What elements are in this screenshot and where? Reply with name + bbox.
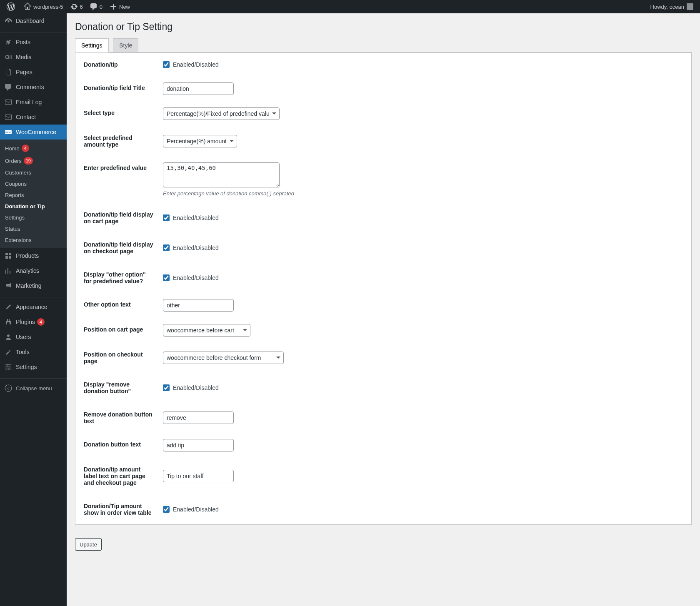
checkbox-text: Enabled/Disabled [173,244,219,251]
menu-label: Products [16,252,39,259]
amount-label-input[interactable] [163,470,234,482]
svg-point-10 [8,369,9,370]
collapse-menu[interactable]: Collapse menu [0,381,67,396]
remove-text-input[interactable] [163,411,234,424]
page-icon [4,68,12,76]
menu-marketing[interactable]: Marketing [0,278,67,293]
field-label: Donation/Tip amount show in order view t… [75,494,159,524]
submenu-customers[interactable]: Customers [0,167,67,178]
submenu-donation-tip[interactable]: Donation or Tip [0,201,67,212]
menu-settings[interactable]: Settings [0,359,67,374]
field-label: Donation/tip field display on cart page [75,203,159,233]
menu-label: Contact [16,114,36,120]
submenu-label: Extensions [5,237,32,243]
menu-label: Marketing [16,282,41,289]
menu-analytics[interactable]: Analytics [0,263,67,278]
submenu-orders[interactable]: Orders19 [0,155,67,167]
display-remove-checkbox[interactable] [163,384,170,391]
new-content[interactable]: New [106,0,133,13]
svg-rect-3 [5,253,8,255]
updates-count: 6 [80,4,83,10]
other-text-input[interactable] [163,299,234,312]
checkbox-text: Enabled/Disabled [173,274,219,281]
show-order-view-checkbox-label[interactable]: Enabled/Disabled [163,506,687,513]
woocommerce-icon: woo [4,128,12,136]
submenu-home[interactable]: Home4 [0,142,67,155]
field-label: Select type [75,101,159,126]
menu-pages[interactable]: Pages [0,65,67,80]
menu-users[interactable]: Users [0,329,67,344]
menu-tools[interactable]: Tools [0,344,67,359]
display-cart-checkbox-label[interactable]: Enabled/Disabled [163,214,687,221]
new-label: New [119,4,130,10]
submenu-extensions[interactable]: Extensions [0,234,67,246]
tab-settings[interactable]: Settings [75,38,109,52]
display-other-checkbox-label[interactable]: Enabled/Disabled [163,274,687,281]
chart-icon [4,267,12,275]
menu-woocommerce[interactable]: wooWooCommerce [0,125,67,140]
admin-toolbar-left: wordpress-5 6 0 New [3,0,133,13]
tab-style[interactable]: Style [113,38,138,52]
main-content: Donation or Tip Setting Settings Style D… [67,0,700,606]
menu-plugins[interactable]: Plugins4 [0,314,67,329]
display-cart-checkbox[interactable] [163,214,170,221]
svg-point-9 [10,367,11,368]
checkbox-text: Enabled/Disabled [173,214,219,221]
menu-contact[interactable]: Contact [0,110,67,125]
submenu-settings[interactable]: Settings [0,212,67,223]
account-menu[interactable]: Howdy, ocean [647,0,697,13]
separator [0,295,67,297]
checkbox-text: Enabled/Disabled [173,384,219,391]
submenu-status[interactable]: Status [0,223,67,234]
position-checkout-dropdown[interactable]: woocommerce before checkout form [163,352,284,364]
submenu-coupons[interactable]: Coupons [0,178,67,190]
field-label: Donation button text [75,433,159,458]
field-title-input[interactable] [163,82,234,95]
donation-tip-checkbox[interactable] [163,61,170,68]
field-label: Select predefined amount type [75,126,159,156]
comments-link[interactable]: 0 [86,0,106,13]
display-remove-checkbox-label[interactable]: Enabled/Disabled [163,384,687,391]
show-order-view-checkbox[interactable] [163,506,170,513]
site-name[interactable]: wordpress-5 [20,0,67,13]
menu-dashboard[interactable]: Dashboard [0,13,67,28]
menu-products[interactable]: Products [0,248,67,263]
display-other-checkbox[interactable] [163,274,170,281]
button-text-input[interactable] [163,439,234,451]
wp-logo[interactable] [3,0,20,13]
collapse-icon [4,384,12,392]
donation-tip-checkbox-label[interactable]: Enabled/Disabled [163,61,687,68]
badge: 19 [24,157,33,165]
predefined-value-textarea[interactable]: 15,30,40,45,60 [163,162,280,187]
menu-email-log[interactable]: Email Log [0,95,67,110]
checkbox-text: Enabled/Disabled [173,61,219,68]
menu-label: Plugins [16,319,35,325]
display-checkout-checkbox[interactable] [163,244,170,251]
svg-point-7 [7,334,10,337]
site-name-label: wordpress-5 [33,4,63,10]
update-button[interactable]: Update [75,538,102,551]
menu-posts[interactable]: Posts [0,35,67,50]
wrench-icon [4,348,12,356]
field-label: Donation/tip [75,53,159,76]
field-label: Position on checkout page [75,343,159,373]
select-type-dropdown[interactable]: Percentage(%)/Fixed of predefined values [163,107,280,120]
field-label: Display "other option" for predefined va… [75,263,159,293]
plus-icon [109,2,118,11]
submenu-reports[interactable]: Reports [0,190,67,201]
menu-comments[interactable]: Comments [0,80,67,95]
field-label: Donation/tip field Title [75,76,159,101]
media-icon [4,53,12,61]
field-label: Remove donation button text [75,403,159,433]
display-checkout-checkbox-label[interactable]: Enabled/Disabled [163,244,687,251]
menu-appearance[interactable]: Appearance [0,299,67,314]
field-label: Donation/tip field display on checkout p… [75,233,159,263]
predefined-amount-type-dropdown[interactable]: Percentage(%) amount [163,135,237,147]
updates[interactable]: 6 [67,0,86,13]
mail-icon [4,98,12,106]
position-cart-dropdown[interactable]: woocommerce before cart [163,324,250,337]
menu-media[interactable]: Media [0,50,67,65]
menu-label: WooCommerce [16,129,56,135]
submenu-label: Customers [5,170,31,176]
submenu-label: Settings [5,214,25,221]
